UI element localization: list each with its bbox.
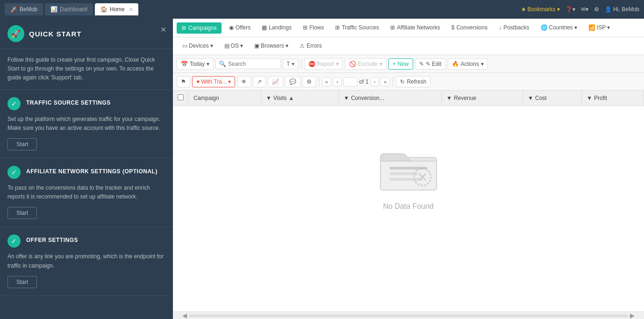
- messages-icon[interactable]: ✉▾: [581, 6, 588, 13]
- help-icon[interactable]: ❓▾: [565, 6, 575, 13]
- scroll-right-arrow[interactable]: ▶: [630, 312, 635, 319]
- tab-traffic-sources[interactable]: ⊞ Traffic Sources: [329, 21, 385, 35]
- sidebar-close-button[interactable]: ✕: [160, 25, 166, 34]
- t-label: T: [286, 61, 290, 67]
- tab-postbacks[interactable]: ↓ Postbacks: [493, 21, 535, 35]
- svg-rect-1: [380, 161, 436, 190]
- profit-col-sort[interactable]: ▼ Profit: [587, 95, 639, 101]
- th-profit: ▼ Profit: [582, 91, 644, 106]
- refresh-button[interactable]: ↻ Refresh: [396, 76, 430, 87]
- top-bar: 🚀 BeMob 📊 Dashboard 🏠 Home ✕ ★ Bookmarks…: [0, 0, 644, 19]
- tab-errors[interactable]: ⚠ Errors: [294, 39, 328, 54]
- select-all-checkbox[interactable]: [178, 94, 184, 100]
- visits-col-sort[interactable]: ▼ Visits ▲: [266, 95, 334, 101]
- traffic-sources-label: Traffic Sources: [342, 24, 379, 31]
- user-account[interactable]: 👤 Hi, BeMob: [605, 6, 639, 13]
- tab-campaigns[interactable]: ⚙ Campaigns: [177, 22, 222, 34]
- tab-affiliate-networks[interactable]: ⊞ Affiliate Networks: [385, 21, 445, 35]
- comment-button[interactable]: 💬: [285, 76, 301, 87]
- prev-page-button[interactable]: ‹: [333, 77, 342, 86]
- isp-chevron-icon: ▾: [607, 24, 610, 31]
- tab-bemob[interactable]: 🚀 BeMob: [5, 3, 43, 15]
- tab-bemob-label: BeMob: [20, 6, 37, 13]
- edit-label: ✎ Edit: [426, 61, 442, 67]
- tab-countries[interactable]: 🌐 Countries ▾: [535, 21, 583, 35]
- bemob-logo-icon: 🚀: [10, 6, 17, 13]
- cost-sort-icon: ▼: [528, 95, 533, 101]
- hi-label: Hi, BeMob: [613, 6, 639, 13]
- traffic-source-start-button[interactable]: Start: [7, 138, 37, 150]
- tab-isp[interactable]: 📶 ISP ▾: [583, 21, 615, 35]
- offers-icon: ◉: [229, 24, 234, 31]
- offer-start-button[interactable]: Start: [7, 276, 37, 288]
- os-chevron-icon: ▾: [240, 43, 243, 49]
- th-conversions: ▼ Conversion...: [339, 91, 442, 106]
- exclude-button[interactable]: 🚫 Exclude ▾: [345, 58, 387, 70]
- new-button[interactable]: + New: [388, 58, 413, 70]
- search-input[interactable]: [228, 61, 278, 67]
- conversions-label: Conversions: [456, 24, 487, 31]
- bookmarks-label: Bookmarks: [528, 6, 556, 13]
- tab-conversions[interactable]: $ Conversions: [446, 21, 493, 35]
- tab-close-icon[interactable]: ✕: [129, 7, 133, 12]
- fire-icon: 🔥: [452, 61, 459, 67]
- flows-icon: ⊞: [303, 24, 308, 31]
- tab-devices[interactable]: ▭ Devices ▾: [177, 39, 219, 54]
- gear-button[interactable]: ⚙: [302, 76, 316, 87]
- star-icon: ★: [521, 6, 526, 13]
- devices-label: Devices: [189, 43, 209, 49]
- cost-col-sort[interactable]: ▼ Cost: [528, 95, 577, 101]
- chart-button[interactable]: 📈: [268, 76, 283, 87]
- visits-sort-asc-icon: ▲: [288, 95, 294, 101]
- scroll-left-arrow[interactable]: ◀: [182, 312, 187, 319]
- tab-offers[interactable]: ◉ Offers: [223, 21, 256, 35]
- affiliate-start-button[interactable]: Start: [7, 207, 37, 219]
- comment-icon: 💬: [289, 78, 296, 85]
- th-cost: ▼ Cost: [523, 91, 582, 106]
- landings-icon: ▦: [262, 24, 267, 31]
- eye-button[interactable]: 👁: [237, 76, 251, 87]
- flag-button[interactable]: ⚑: [177, 76, 190, 87]
- sidebar-intro: Follow this guide to create your first c…: [0, 49, 173, 90]
- with-tra-button[interactable]: ♥ With Tra... ▾: [192, 76, 235, 87]
- t-filter-button[interactable]: T ▾: [283, 59, 298, 69]
- offer-title: OFFER SETTINGS: [26, 237, 78, 243]
- eye-icon: 👁: [241, 78, 247, 85]
- report-button[interactable]: ⛔ Report ▾: [304, 58, 343, 70]
- edit-button[interactable]: ✎ ✎ Edit: [415, 58, 446, 70]
- with-tra-chevron-icon: ▾: [228, 78, 231, 85]
- devices-icon: ▭: [182, 43, 187, 49]
- profit-sort-icon: ▼: [587, 95, 592, 101]
- tab-dashboard[interactable]: 📊 Dashboard: [45, 3, 93, 15]
- affiliate-networks-label: Affiliate Networks: [397, 24, 440, 31]
- tab-os[interactable]: ▤ OS ▾: [219, 39, 249, 54]
- share-button[interactable]: ↗: [253, 76, 266, 87]
- share-icon: ↗: [257, 78, 262, 85]
- affiliate-check: ✓: [7, 166, 21, 179]
- tab-landings[interactable]: ▦ Landings: [256, 21, 297, 35]
- scrollbar-track[interactable]: [189, 314, 628, 317]
- actions-button[interactable]: 🔥 Actions ▾: [448, 58, 488, 70]
- calendar-icon: 📅: [181, 61, 188, 67]
- next-page-button[interactable]: ›: [371, 77, 379, 86]
- last-page-button[interactable]: »: [380, 77, 390, 86]
- revenue-col-label: Revenue: [454, 95, 476, 101]
- empty-state-cell: No Data Found: [173, 106, 644, 248]
- revenue-sort-icon: ▼: [446, 95, 452, 101]
- today-chevron-icon: ▾: [207, 61, 209, 67]
- first-page-button[interactable]: «: [322, 77, 331, 86]
- th-revenue: ▼ Revenue: [442, 91, 523, 106]
- refresh-icon: ↻: [400, 78, 405, 85]
- revenue-col-sort[interactable]: ▼ Revenue: [446, 95, 518, 101]
- today-button[interactable]: 📅 Today ▾: [177, 58, 214, 70]
- os-label: OS: [231, 43, 239, 49]
- refresh-label: Refresh: [407, 78, 426, 85]
- bookmarks-button[interactable]: ★ Bookmarks ▾: [521, 6, 560, 13]
- empty-state-row: No Data Found: [173, 106, 644, 248]
- settings-icon[interactable]: ⚙: [594, 6, 599, 13]
- tab-flows[interactable]: ⊞ Flows: [297, 21, 329, 35]
- page-number-input[interactable]: 1: [343, 77, 358, 86]
- conversions-col-sort[interactable]: ▼ Conversion...: [343, 95, 436, 101]
- tab-home[interactable]: 🏠 Home ✕: [95, 3, 138, 15]
- tab-browsers[interactable]: ▣ Browsers ▾: [249, 39, 294, 54]
